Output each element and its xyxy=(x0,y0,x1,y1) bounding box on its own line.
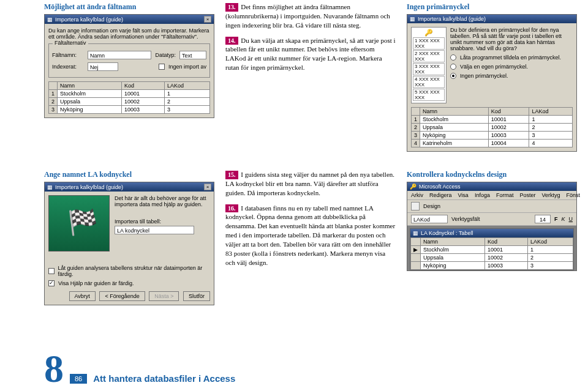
menu-visa[interactable]: Visa xyxy=(458,192,469,198)
wizard-window-final: ▦ Importera kalkylblad (guide) × Det här… xyxy=(44,182,214,305)
cancel-button[interactable]: Avbryt xyxy=(69,291,96,301)
pk-description: Du bör definiera en primärnyckel för den… xyxy=(450,27,573,51)
bold-icon[interactable]: F xyxy=(554,216,558,222)
win-title: Importera kalkylblad (guide) xyxy=(418,16,486,22)
input-datatyp[interactable]: Text xyxy=(179,51,206,59)
step-13-text: 13. Det finns möjlighet att ändra fältna… xyxy=(225,2,396,30)
radio-no-key[interactable] xyxy=(450,73,456,79)
col-kod: Kod xyxy=(121,82,164,90)
wizard-window-fieldnames: ▦ Importera kalkylblad (guide) × Du kan … xyxy=(44,14,214,118)
menu-arkiv[interactable]: Arkiv xyxy=(411,192,423,198)
label-show-help: Visa Hjälp när guiden är färdig. xyxy=(58,280,134,286)
menu-infoga[interactable]: Infoga xyxy=(475,192,490,198)
label-verktygsfalt: Verktygsfält xyxy=(451,216,480,222)
table-row[interactable]: Nyköping100033 xyxy=(411,262,573,270)
design-label: Design xyxy=(423,203,440,209)
access-window: 🔑 Microsoft Access Arkiv Redigera Visa I… xyxy=(407,182,577,271)
col-kod: Kod xyxy=(484,238,527,246)
step-16-text: 16. I databasen finns nu en ny tabell me… xyxy=(225,204,396,267)
col-kod: Kod xyxy=(488,108,529,116)
step-13-tag: 13. xyxy=(225,3,238,12)
step-15-text: 15. I guidens sista steg väljer du namne… xyxy=(225,170,396,198)
heading-check-design: Kontrollera kodnyckelns design xyxy=(407,170,577,179)
back-button[interactable]: < Föregående xyxy=(99,291,145,301)
combo-size[interactable]: 14 xyxy=(535,215,551,223)
preview-table-pk: Namn Kod LAKod 1Stockholm100011 2Uppsala… xyxy=(411,107,573,147)
menu-redigera[interactable]: Redigera xyxy=(429,192,452,198)
table-row[interactable]: Uppsala100022 xyxy=(411,254,573,262)
table-row: 3Nyköping100033 xyxy=(49,106,210,114)
label-indexerat: Indexerat: xyxy=(52,64,84,70)
menubar: Arkiv Redigera Visa Infoga Format Poster… xyxy=(407,191,576,200)
table-icon: ▦ xyxy=(413,230,418,236)
col-namn: Namn xyxy=(420,108,489,116)
heading-name-la-kodnyckel: Ange namnet LA kodnyckel xyxy=(44,170,214,179)
label-import-to: Importera till tabell: xyxy=(115,218,210,225)
col-lakod: LAKod xyxy=(527,238,573,246)
win-icon: ▦ xyxy=(47,17,53,23)
table-row: 1Stockholm100011 xyxy=(412,116,573,124)
label-analyze: Låt guiden analysera tabellens struktur … xyxy=(58,265,210,277)
chapter-title: Att hantera databasfiler i Access xyxy=(93,373,235,384)
input-indexerat[interactable]: Nej xyxy=(88,62,118,71)
win-title: Importera kalkylblad (guide) xyxy=(55,17,123,23)
page-footer: 8 86 Att hantera databasfiler i Access xyxy=(44,354,235,384)
radio-auto-key-label: Låta programmet tilldela en primärnyckel… xyxy=(460,54,561,61)
win-title: Importera kalkylblad (guide) xyxy=(55,184,123,190)
subwin-title: LA Kodnyckel : Tabell xyxy=(421,230,473,236)
key-illustration: 🔑 1 XXX XXX XXX 2 XXX XXX XXX 3 XXX XXX … xyxy=(411,27,447,103)
checkbox-no-import[interactable] xyxy=(159,64,165,70)
label-datatyp: Datatyp: xyxy=(155,52,176,58)
table-row: 3Nyköping100033 xyxy=(412,132,573,140)
heading-edit-fieldnames: Möjlighet att ändra fältnamn xyxy=(44,2,214,12)
heading-no-primary-key: Ingen primärnyckel xyxy=(407,2,577,12)
radio-no-key-label: Ingen primärnyckel. xyxy=(460,73,508,79)
menu-fonster[interactable]: Fönst xyxy=(566,192,580,198)
table-row: 2Uppsala100022 xyxy=(49,98,210,106)
radio-own-key[interactable] xyxy=(450,64,456,70)
col-namn: Namn xyxy=(58,82,122,90)
step-15-tag: 15. xyxy=(225,171,238,179)
close-icon[interactable]: × xyxy=(204,184,211,190)
close-icon[interactable]: × xyxy=(204,16,211,23)
input-faltnamn[interactable]: Namn xyxy=(88,51,151,59)
access-title: Microsoft Access xyxy=(419,184,461,190)
step-14-text: 14. Du kan välja att skapa en primärnyck… xyxy=(225,36,396,72)
col-lakod: LAKod xyxy=(164,82,209,90)
page-number: 86 xyxy=(70,374,87,384)
wizard-window-primarykey: ▦ Importera kalkylblad (guide) 🔑 1 XXX X… xyxy=(407,14,577,152)
checkbox-show-help[interactable] xyxy=(48,280,55,286)
menu-verktyg[interactable]: Verktyg xyxy=(541,192,560,198)
chapter-number: 8 xyxy=(44,354,64,384)
step-14-tag: 14. xyxy=(225,37,238,45)
win-icon: ▦ xyxy=(410,16,415,22)
datasheet: Namn Kod LAKod ▶Stockholm100011 Uppsala1… xyxy=(410,237,573,270)
preview-table: Namn Kod LAKod 1Stockholm100011 2Uppsala… xyxy=(48,81,210,114)
instruction-text: Du kan ange information om varje fält so… xyxy=(48,28,210,40)
italic-icon[interactable]: K xyxy=(561,216,565,222)
label-no-import: Ingen import av xyxy=(168,64,206,70)
table-row: 1Stockholm100011 xyxy=(49,90,210,98)
wizard-flag-image xyxy=(48,195,110,251)
radio-own-key-label: Välja en egen primärnyckel. xyxy=(460,64,528,70)
radio-auto-key[interactable] xyxy=(450,54,456,61)
combo-table[interactable]: LAKod xyxy=(411,215,448,223)
underline-icon[interactable]: U xyxy=(569,216,573,222)
access-icon: 🔑 xyxy=(410,184,417,190)
checkbox-analyze[interactable] xyxy=(48,268,55,274)
final-intro: Det här är allt du behöver ange för att … xyxy=(115,195,210,207)
col-namn: Namn xyxy=(421,238,485,246)
win-icon: ▦ xyxy=(47,184,53,190)
table-row: 2Uppsala100022 xyxy=(412,124,573,132)
design-icon[interactable] xyxy=(411,202,420,210)
input-table-name[interactable]: LA kodnyckel xyxy=(115,226,194,234)
finish-button[interactable]: Slutför xyxy=(183,291,210,301)
next-button[interactable]: Nästa > xyxy=(149,291,179,301)
group-label: Fältalternativ xyxy=(53,40,88,46)
key-icon: 🔑 xyxy=(413,29,445,37)
menu-format[interactable]: Format xyxy=(496,192,514,198)
table-row[interactable]: ▶Stockholm100011 xyxy=(411,246,573,254)
col-lakod: LAKod xyxy=(529,108,573,116)
table-row: 4Katrineholm100044 xyxy=(412,140,573,147)
menu-poster[interactable]: Poster xyxy=(519,192,535,198)
